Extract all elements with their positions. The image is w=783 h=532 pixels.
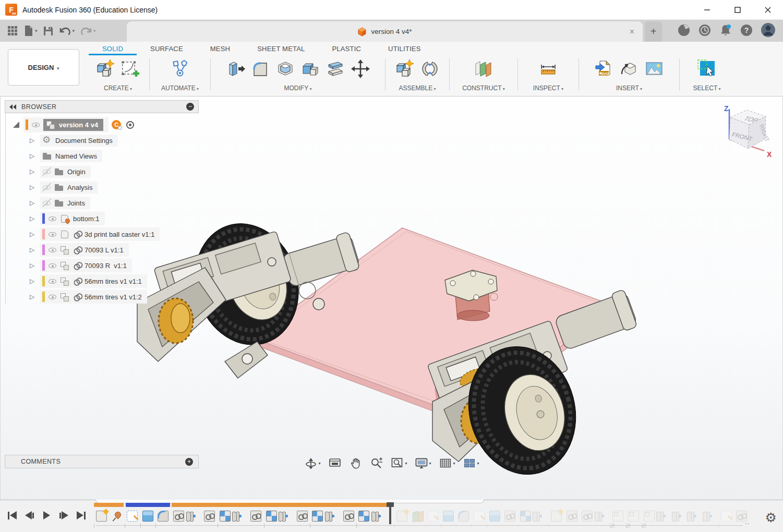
visibility-icon[interactable] (48, 214, 57, 223)
joint-button[interactable] (418, 57, 441, 81)
tree-row[interactable]: ▷Document Settings (6, 132, 199, 148)
timeline-feature-link[interactable] (343, 511, 354, 522)
timeline-feature-joint[interactable] (328, 511, 339, 522)
tab-sheet-metal[interactable]: SHEET METAL (244, 43, 318, 55)
maximize-button[interactable] (722, 0, 753, 20)
modify-group-label[interactable]: MODIFY (284, 84, 312, 92)
play-button[interactable] (40, 509, 54, 522)
sync-status-badge[interactable]: C (112, 120, 121, 129)
timeline-feature-joint[interactable] (674, 511, 685, 522)
dropdown-caret-icon[interactable]: ▾ (453, 461, 455, 466)
visibility-icon[interactable] (48, 261, 57, 270)
fillet-button[interactable] (249, 57, 272, 81)
file-menu-button[interactable]: ▾ (22, 23, 39, 38)
timeline-track[interactable] (0, 500, 783, 532)
timeline-feature-rigid[interactable] (358, 511, 369, 522)
app-grid-icon[interactable] (5, 23, 20, 38)
visibility-icon[interactable] (48, 277, 57, 285)
measure-button[interactable] (537, 57, 560, 81)
expand-arrow-icon[interactable]: ▷ (30, 262, 40, 269)
select-group-label[interactable]: SELECT (693, 84, 721, 92)
timeline-feature-component[interactable] (551, 511, 562, 522)
move-copy-button[interactable] (349, 57, 372, 81)
tree-row[interactable]: ▷Origin (6, 164, 199, 179)
browser-minimize-icon[interactable]: − (186, 103, 194, 111)
collapse-panel-icon[interactable] (9, 104, 16, 110)
new-tab-button[interactable]: + (645, 21, 662, 42)
grid-button[interactable]: ▾ (438, 456, 456, 470)
tree-row[interactable]: version 4 v4C (6, 117, 199, 132)
file-caret-icon[interactable]: ▾ (35, 28, 38, 33)
tree-row[interactable]: ▷70093 R v1:1 (6, 258, 199, 273)
timeline-feature-link[interactable] (204, 511, 215, 522)
fit-button[interactable]: ▾ (389, 456, 408, 470)
expand-arrow-icon[interactable]: ▷ (30, 215, 40, 222)
timeline-feature-joint[interactable] (235, 511, 246, 522)
step-forward-button[interactable] (57, 509, 71, 522)
skip-end-button[interactable] (74, 509, 88, 522)
timeline-feature-rigid[interactable] (520, 511, 531, 522)
browser-header[interactable]: BROWSER − (5, 100, 199, 113)
expand-arrow-icon[interactable]: ▷ (30, 277, 40, 285)
design-workspace-button[interactable]: DESIGN ▾ (8, 49, 79, 86)
job-status-icon[interactable] (698, 23, 712, 39)
timeline-feature-pin[interactable] (112, 511, 123, 522)
assemble-new-component-button[interactable] (393, 57, 416, 81)
help-icon[interactable]: ? (740, 23, 753, 39)
create-group-label[interactable]: CREATE (104, 84, 132, 92)
timeline-feature-fillet[interactable] (458, 511, 469, 522)
timeline-feature-joint[interactable] (659, 511, 670, 522)
visibility-off-icon[interactable] (42, 199, 51, 207)
timeline-feature-move[interactable] (628, 511, 639, 522)
orbit-button[interactable]: ▾ (303, 456, 321, 470)
timeline-feature-rigid[interactable] (220, 511, 231, 522)
visibility-icon[interactable] (31, 120, 40, 129)
tree-row[interactable]: ▷Analysis (6, 179, 199, 195)
display-settings-button[interactable]: ▾ (413, 456, 432, 470)
undo-button[interactable]: ▾ (57, 24, 77, 38)
notifications-icon[interactable] (719, 23, 732, 39)
skip-start-button[interactable] (5, 509, 19, 522)
timeline-feature-joint[interactable] (374, 511, 385, 522)
save-button[interactable] (41, 24, 55, 38)
timeline-feature-rigid[interactable] (266, 511, 277, 522)
inspect-group-label[interactable]: INSPECT (533, 84, 563, 92)
pan-button[interactable] (347, 456, 363, 470)
dropdown-caret-icon[interactable]: ▾ (405, 461, 407, 466)
timeline-settings-gear-icon[interactable]: ⚙ (765, 512, 777, 523)
canvas-button[interactable] (643, 57, 666, 81)
timeline-feature-move[interactable] (644, 511, 655, 522)
timeline-feature-joint[interactable] (535, 511, 546, 522)
timeline-feature-sketch[interactable] (474, 511, 485, 522)
visibility-off-icon[interactable] (42, 167, 51, 176)
tab-utilities[interactable]: UTILITIES (375, 43, 434, 55)
timeline-feature-plane[interactable] (412, 511, 423, 522)
timeline-feature-link[interactable] (504, 511, 515, 522)
insert-derive-button[interactable] (618, 57, 641, 81)
undo-caret-icon[interactable]: ▾ (73, 28, 75, 33)
assemble-group-label[interactable]: ASSEMBLE (399, 84, 436, 92)
tab-plastic[interactable]: PLASTIC (318, 43, 375, 55)
viewports-button[interactable]: ▾ (462, 456, 480, 470)
insert-svg-button[interactable]: SVG (593, 57, 616, 81)
timeline-feature-link[interactable] (582, 511, 593, 522)
timeline-feature-sketch[interactable] (427, 511, 438, 522)
visibility-icon[interactable] (48, 230, 57, 238)
tree-row[interactable]: ▷3d print ball caster v1:1 (6, 226, 199, 242)
expand-arrow-icon[interactable] (13, 122, 19, 128)
tab-mesh[interactable]: MESH (197, 43, 244, 55)
timeline-feature-link[interactable] (173, 511, 184, 522)
timeline-feature-joint[interactable] (597, 511, 608, 522)
timeline-group-bar[interactable] (94, 503, 124, 507)
visibility-icon[interactable] (48, 293, 57, 301)
tree-row[interactable]: ▷Named Views (6, 148, 199, 164)
expand-arrow-icon[interactable]: ▷ (30, 152, 40, 160)
view-cube[interactable]: TOP FRONT RIGHT Z X (715, 103, 777, 163)
redo-button[interactable]: ▾ (78, 24, 98, 38)
timeline-feature-link[interactable] (297, 511, 308, 522)
extensions-icon[interactable] (677, 23, 691, 39)
construct-plane-button[interactable] (472, 57, 495, 81)
expand-arrow-icon[interactable]: ▷ (30, 246, 40, 253)
timeline-feature-component[interactable] (396, 511, 407, 522)
tab-solid[interactable]: SOLID (89, 43, 137, 55)
